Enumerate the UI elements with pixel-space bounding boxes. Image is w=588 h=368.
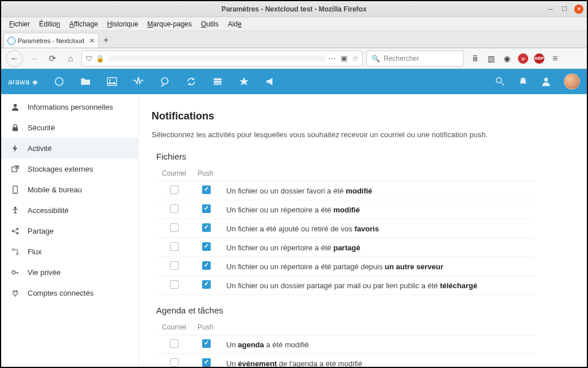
push-checkbox[interactable] [202, 242, 211, 251]
search-placeholder: Rechercher [384, 55, 419, 63]
svg-point-18 [11, 248, 14, 250]
email-checkbox[interactable] [170, 204, 179, 213]
row-description: Un fichier a été ajouté ou retiré de vos… [220, 219, 535, 238]
adblock-icon[interactable]: ABP [534, 53, 544, 64]
sidebar-item-flow[interactable]: Flux [1, 241, 138, 262]
sidebar-item-personal[interactable]: Informations personnelles [1, 96, 138, 117]
email-checkbox[interactable] [170, 261, 179, 270]
sidebar-item-sharing[interactable]: Partage [1, 220, 138, 241]
window-titlebar: Paramètres - Nextcloud test - Mozilla Fi… [1, 1, 587, 17]
photos-icon[interactable] [107, 76, 117, 87]
push-checkbox[interactable] [202, 223, 211, 232]
push-checkbox[interactable] [202, 185, 211, 194]
push-checkbox[interactable] [202, 261, 211, 270]
push-checkbox[interactable] [202, 339, 211, 348]
new-tab-button[interactable]: + [99, 33, 114, 48]
svg-point-8 [544, 78, 548, 82]
table-row: Un agenda a été modifié [156, 335, 535, 354]
address-bar[interactable]: 🛡 🔒 ⋯ ▣ ☆ [82, 51, 363, 67]
menu-affichage[interactable]: Affichage [66, 19, 102, 29]
shield-icon: 🛡 [86, 55, 92, 63]
dashboard-icon[interactable] [54, 76, 64, 87]
activity-icon[interactable] [133, 76, 144, 87]
menu-aide[interactable]: Aide [225, 19, 245, 29]
files-icon[interactable] [80, 76, 91, 87]
menu-edition[interactable]: Édition [36, 19, 64, 29]
menu-outils[interactable]: Outils [198, 19, 222, 29]
row-description: Un agenda a été modifié [220, 335, 535, 354]
menu-marquepages[interactable]: Marque-pages [144, 19, 195, 29]
sidebar-item-label: Informations personnelles [28, 103, 113, 111]
svg-rect-5 [214, 81, 222, 83]
sidebar-item-connected[interactable]: Comptes connectés [1, 282, 138, 303]
section-agenda-title: Agenda et tâches [156, 305, 587, 315]
announce-icon[interactable] [265, 76, 276, 87]
email-checkbox[interactable] [170, 280, 179, 289]
table-row: Un fichier ou un dossier partagé par mai… [156, 276, 535, 295]
push-checkbox[interactable] [202, 358, 211, 367]
back-button[interactable]: ← [6, 50, 23, 67]
sidebar-item-activity[interactable]: Activité [1, 138, 138, 158]
url-text [108, 56, 325, 61]
page-subtitle: Sélectionnez les activités pour lesquell… [152, 130, 587, 139]
sidebar-item-accessibility[interactable]: Accessibilité [1, 200, 138, 220]
email-checkbox[interactable] [170, 185, 179, 194]
tab-favicon-icon [7, 37, 16, 45]
notifications-icon[interactable] [518, 76, 528, 87]
svg-rect-6 [214, 83, 222, 84]
email-checkbox[interactable] [170, 223, 179, 232]
lightning-icon [10, 144, 20, 153]
row-description: Un fichier ou un répertoire a été partag… [220, 238, 535, 257]
bookmarks-icon[interactable] [239, 76, 249, 87]
col-email: Courriel [156, 166, 192, 181]
sidebar-item-privacy[interactable]: Vie privée [1, 262, 138, 282]
nextcloud-nav: arawa◈ [1, 69, 587, 94]
sidebar-item-security[interactable]: Sécurité [1, 117, 138, 138]
reload-button[interactable]: ⟳ [45, 51, 60, 66]
svg-point-15 [11, 230, 14, 232]
ublock-icon[interactable]: u [518, 53, 528, 64]
browser-tab[interactable]: Paramètres - Nextcloud ✕ [3, 33, 99, 48]
bookmark-star-icon[interactable]: ☆ [352, 54, 359, 63]
contacts-icon[interactable] [541, 76, 551, 87]
push-checkbox[interactable] [202, 280, 211, 289]
settings-sidebar: Informations personnelles Sécurité Activ… [1, 94, 139, 367]
external-icon [10, 164, 20, 173]
row-description: Un fichier ou un répertoire a été partag… [220, 257, 535, 276]
library-icon[interactable]: ⅲ [470, 53, 480, 64]
close-button[interactable]: ✕ [574, 5, 583, 14]
more-icon[interactable]: ⋯ [328, 54, 336, 63]
ext1-icon[interactable]: ◉ [502, 53, 512, 64]
maximize-button[interactable]: ☐ [560, 5, 568, 13]
reader-icon[interactable]: ▣ [341, 54, 347, 63]
menu-historique[interactable]: Historique [104, 19, 142, 29]
talk-icon[interactable] [160, 76, 170, 87]
table-row: Un événement de l'agenda a été modifié [156, 354, 535, 367]
person-icon [10, 102, 20, 111]
accessibility-icon [10, 206, 20, 215]
sidebar-item-mobile[interactable]: Mobile & bureau [1, 179, 138, 200]
search-box[interactable]: 🔍 Rechercher [366, 51, 464, 67]
email-checkbox[interactable] [170, 339, 179, 348]
email-checkbox[interactable] [170, 358, 179, 367]
email-checkbox[interactable] [170, 242, 179, 251]
tab-close-icon[interactable]: ✕ [89, 37, 95, 45]
forward-button[interactable]: → [26, 51, 41, 66]
svg-rect-4 [214, 78, 222, 80]
hamburger-button[interactable]: ≡ [552, 53, 558, 64]
nc-search-icon[interactable] [495, 76, 505, 87]
table-row: Un fichier ou un répertoire a été modifi… [156, 200, 535, 219]
home-button[interactable]: ⌂ [63, 51, 78, 66]
minimize-button[interactable]: ─ [547, 5, 555, 13]
push-checkbox[interactable] [202, 204, 211, 213]
section-files-title: Fichiers [156, 152, 587, 161]
sidebar-icon[interactable]: ▥ [486, 53, 496, 64]
lock-icon: 🔒 [96, 55, 105, 63]
deck-icon[interactable] [212, 76, 223, 87]
nextcloud-logo[interactable]: arawa◈ [8, 78, 38, 86]
window-title: Paramètres - Nextcloud test - Mozilla Fi… [222, 5, 367, 13]
menu-fichier[interactable]: Fichier [6, 19, 33, 29]
sync-icon[interactable] [186, 76, 196, 87]
sidebar-item-external[interactable]: Stockages externes [1, 158, 138, 179]
user-avatar[interactable] [564, 73, 580, 90]
